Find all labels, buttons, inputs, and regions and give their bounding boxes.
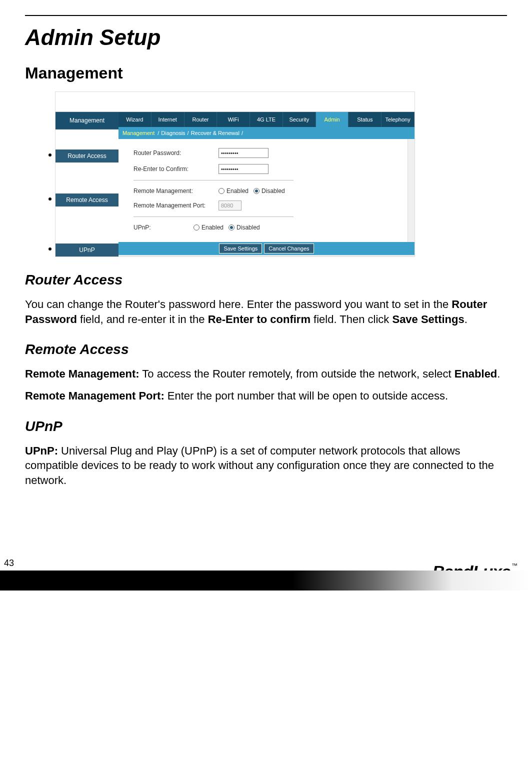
- tab-telephony[interactable]: Telephony: [382, 112, 414, 127]
- radio-upnp-disabled[interactable]: Disabled: [228, 224, 260, 231]
- label-router-password: Router Password:: [134, 150, 218, 156]
- section-router-access: Router Access: [25, 272, 507, 288]
- tab-internet[interactable]: Internet: [152, 112, 184, 127]
- router-ui-content: Router Password: ••••••••• Re-Enter to C…: [118, 139, 414, 242]
- input-remote-port[interactable]: 8080: [218, 200, 242, 210]
- radio-remote-disabled[interactable]: Disabled: [254, 188, 285, 194]
- brand-bar: [0, 570, 532, 590]
- save-settings-button[interactable]: Save Settings: [219, 244, 262, 254]
- router-ui-sidebar: Management Router Access Remote Access U…: [56, 112, 118, 256]
- tab-wizard[interactable]: Wizard: [118, 112, 152, 127]
- tab-status[interactable]: Status: [348, 112, 382, 127]
- sidebar-remote-access[interactable]: Remote Access: [56, 194, 118, 206]
- tab-admin[interactable]: Admin: [316, 112, 349, 127]
- page-title: Admin Setup: [25, 25, 507, 50]
- para-remote-port: Remote Management Port: Enter the port n…: [25, 388, 507, 404]
- router-ui-footbar: Save Settings Cancel Changes: [118, 242, 414, 255]
- para-remote-management: Remote Management: To access the Router …: [25, 366, 507, 382]
- router-ui-tabs: Wizard Internet Router WiFi 4G LTE Secur…: [118, 112, 414, 127]
- scrollbar[interactable]: [408, 139, 414, 242]
- input-confirm[interactable]: •••••••••: [218, 164, 268, 174]
- tab-security[interactable]: Security: [283, 112, 316, 127]
- section-remote-access: Remote Access: [25, 342, 507, 358]
- para-upnp: UPnP: Universal Plug and Play (UPnP) is …: [25, 444, 507, 488]
- subtab-recover[interactable]: Recover & Renewal: [191, 130, 240, 136]
- label-upnp: UPnP:: [134, 224, 194, 231]
- input-router-password[interactable]: •••••••••: [218, 148, 268, 158]
- section-management: Management: [25, 64, 507, 82]
- radio-remote-enabled[interactable]: Enabled: [218, 188, 248, 194]
- tab-4glte[interactable]: 4G LTE: [250, 112, 283, 127]
- cancel-changes-button[interactable]: Cancel Changes: [264, 244, 314, 254]
- page-top-rule: [25, 15, 507, 16]
- tab-router[interactable]: Router: [184, 112, 218, 127]
- tab-wifi[interactable]: WiFi: [217, 112, 250, 127]
- sidebar-upnp[interactable]: UPnP: [56, 244, 118, 256]
- router-ui-topbar: [56, 92, 414, 112]
- subtab-management[interactable]: Management: [122, 130, 154, 136]
- subtab-diagnosis[interactable]: Diagnosis: [161, 130, 185, 136]
- sidebar-management[interactable]: Management: [56, 112, 118, 130]
- radio-upnp-enabled[interactable]: Enabled: [194, 224, 224, 231]
- section-upnp: UPnP: [25, 418, 507, 434]
- para-router-access: You can change the Router's password her…: [25, 297, 507, 326]
- router-ui-screenshot: Management Router Access Remote Access U…: [55, 92, 415, 257]
- label-confirm: Re-Enter to Confirm:: [134, 166, 218, 172]
- router-ui-subtabs: Management / Diagnosis / Recover & Renew…: [118, 127, 414, 139]
- label-remote-mgmt: Remote Management:: [134, 188, 218, 194]
- label-remote-port: Remote Management Port:: [134, 202, 218, 209]
- sidebar-router-access[interactable]: Router Access: [56, 150, 118, 162]
